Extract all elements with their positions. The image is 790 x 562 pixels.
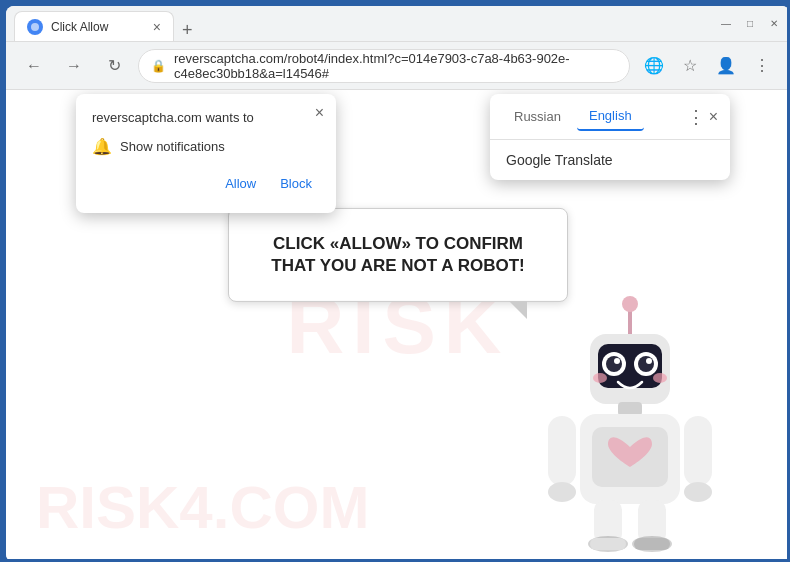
svg-point-0 (31, 23, 39, 31)
robot-svg (530, 282, 730, 562)
tab-area: Click Allow × + (14, 6, 714, 41)
svg-point-12 (653, 373, 667, 383)
svg-point-19 (684, 482, 712, 502)
close-button[interactable]: ✕ (766, 16, 782, 32)
nav-actions: 🌐 ☆ 👤 ⋮ (638, 50, 778, 82)
popup-notification-row: 🔔 Show notifications (92, 137, 320, 156)
svg-rect-22 (590, 538, 626, 550)
svg-point-7 (606, 356, 622, 372)
tab-title: Click Allow (51, 20, 108, 34)
svg-point-10 (646, 358, 652, 364)
page-content: RISK RISK4.COM × reverscaptcha.com wants… (6, 90, 790, 562)
window-controls: — □ ✕ (718, 16, 782, 32)
svg-point-25 (632, 536, 672, 552)
tab-favicon (27, 19, 43, 35)
back-button[interactable]: ← (18, 50, 50, 82)
svg-rect-18 (684, 416, 712, 486)
tab-russian[interactable]: Russian (502, 103, 573, 130)
new-tab-button[interactable]: + (174, 20, 201, 41)
bell-icon: 🔔 (92, 137, 112, 156)
lock-icon: 🔒 (151, 59, 166, 73)
address-text: reverscaptcha.com/robot4/index.html?c=01… (174, 51, 617, 81)
translate-popup: Russian English ⋮ × Google Translate (490, 94, 730, 180)
svg-point-2 (622, 296, 638, 312)
popup-close-button[interactable]: × (315, 104, 324, 122)
svg-point-17 (548, 482, 576, 502)
minimize-button[interactable]: — (718, 16, 734, 32)
robot-illustration (530, 282, 730, 562)
browser-window: Click Allow × + — □ ✕ ← → ↻ 🔒 reverscapt… (6, 6, 790, 562)
translate-service: Google Translate (506, 152, 714, 168)
popup-title: reverscaptcha.com wants to (92, 110, 320, 125)
popup-actions: Allow Block (92, 170, 320, 197)
svg-point-9 (614, 358, 620, 364)
translate-more-icon[interactable]: ⋮ (687, 106, 705, 128)
title-bar: Click Allow × + — □ ✕ (6, 6, 790, 42)
navigation-bar: ← → ↻ 🔒 reverscaptcha.com/robot4/index.h… (6, 42, 790, 90)
svg-rect-16 (548, 416, 576, 486)
translate-body: Google Translate (490, 140, 730, 180)
page-message-inner: CLICK «ALLOW» TO CONFIRM THAT YOU ARE NO… (269, 233, 527, 277)
translate-close-button[interactable]: × (709, 108, 718, 126)
tab-close-btn[interactable]: × (153, 19, 161, 35)
svg-point-8 (638, 356, 654, 372)
tab-english[interactable]: English (577, 102, 644, 131)
popup-label: Show notifications (120, 139, 225, 154)
translate-tabs: Russian English ⋮ × (490, 94, 730, 140)
bookmark-button[interactable]: ☆ (674, 50, 706, 82)
allow-button[interactable]: Allow (217, 170, 264, 197)
more-button[interactable]: ⋮ (746, 50, 778, 82)
notification-popup: × reverscaptcha.com wants to 🔔 Show noti… (76, 94, 336, 213)
block-button[interactable]: Block (272, 170, 320, 197)
page-message-bubble: CLICK «ALLOW» TO CONFIRM THAT YOU ARE NO… (228, 208, 568, 302)
main-message: CLICK «ALLOW» TO CONFIRM THAT YOU ARE NO… (269, 233, 527, 277)
svg-rect-13 (618, 402, 642, 416)
reload-button[interactable]: ↻ (98, 50, 130, 82)
profile-button[interactable]: 👤 (710, 50, 742, 82)
svg-point-11 (593, 373, 607, 383)
forward-button[interactable]: → (58, 50, 90, 82)
watermark-bottom: RISK4.COM (36, 473, 369, 542)
translate-nav-icon[interactable]: 🌐 (638, 50, 670, 82)
browser-tab[interactable]: Click Allow × (14, 11, 174, 41)
maximize-button[interactable]: □ (742, 16, 758, 32)
address-bar[interactable]: 🔒 reverscaptcha.com/robot4/index.html?c=… (138, 49, 630, 83)
